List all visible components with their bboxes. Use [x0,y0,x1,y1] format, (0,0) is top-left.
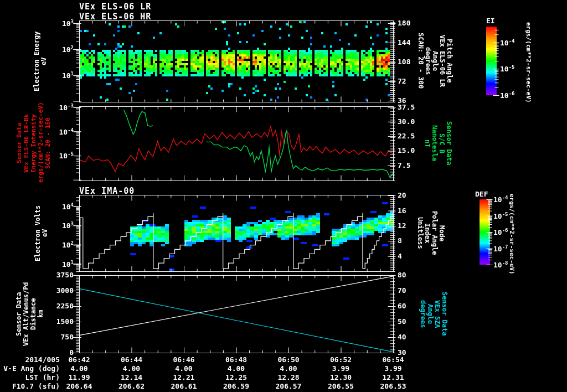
els-right-axis-label: Pitch AngleVEx ELS-06 LRAngledegreesSCAN… [417,18,453,104]
tick-label: 16 [398,207,406,215]
ima-left-axis-label: Electron VoltseV [34,195,49,271]
tick-label: 10-8 [493,260,508,269]
tick-label: 206.59 [214,382,259,390]
tick-label: 101 [62,71,74,80]
tick-label: 06:48 [214,355,259,364]
tick-label: 10-4 [500,38,515,47]
tick-label: 180 [398,19,410,27]
tick-label: 101 [62,260,74,269]
tick-label: 206.53 [371,382,415,390]
ima-title: VEx IMA-00 [79,186,135,196]
tick-label: 10-3 [59,103,74,112]
tick-label: 3000 [56,286,74,295]
tick-label: 10-4 [59,127,74,136]
tick-label: 102 [62,45,74,54]
tick-label: 11.99 [57,373,101,381]
tick-label: 06:50 [266,355,311,364]
tick-label: 20 [398,191,406,199]
colorbar-ei-units: ergs/(cm**2-sr-sec-eV) [525,22,532,102]
eph-right-axis-label: Sensor DataVEx SZAAngledegrees [419,275,448,353]
tick-label: 10-5 [500,64,515,73]
tick-label: 206.55 [319,382,363,390]
tick-label: 37.5 [398,103,415,111]
tick-label: 10-5 [59,151,74,160]
tick-label: 10-6 [493,228,508,236]
tick-label: 8 [398,236,402,245]
tick-label: 3750 [56,271,74,279]
tick-label: 12.28 [266,373,311,381]
eph-left-axis-label: Sensor DataVEx Alt/Venus/PdDistancekm [16,275,44,353]
tick-label: 12.25 [214,373,259,381]
tick-label: 103 [62,19,74,28]
tick-label: 10-4 [493,195,508,204]
els-left-axis-label: Electron EnergyeV [33,20,48,102]
tick-label: 206.61 [162,382,206,390]
tick-label: 06:54 [371,355,415,364]
tick-label: LST (hr) [0,373,60,381]
ima-right-axis-label: ModePolar AngleIndexUnitless [416,195,445,271]
tick-label: 1500 [56,317,74,326]
tick-label: 206.62 [110,382,154,390]
tick-label: 12.14 [110,373,154,381]
tick-label: 06:46 [162,355,206,364]
tick-label: 144 [398,38,410,47]
tick-label: 22.5 [398,132,415,140]
colorbar-ei-title: EI [486,17,495,25]
tick-label: 3.99 [371,364,415,373]
tick-label: 06:44 [110,355,154,364]
tick-label: 12 [398,221,406,230]
els-title-hr: VEx ELS-06 HR [79,12,151,22]
tick-label: V-E Ang (deg) [0,364,60,373]
mag-left-axis-label: Sensor DataVEx ELS-06 LR-BkEnergy Intens… [16,104,51,183]
tick-label: 50 [398,317,406,326]
tick-label: 12.21 [162,373,206,381]
tick-label: 4.00 [214,364,259,373]
tick-label: 102 [62,240,74,249]
tick-label: 40 [398,333,406,341]
tick-label: 4.00 [162,364,206,373]
tick-label: 2250 [56,302,74,310]
tick-label: 60 [398,302,406,310]
tick-label: 108 [398,58,410,66]
tick-label: 104 [62,202,74,211]
tick-label: 06:42 [57,355,101,364]
mag-right-axis-label: Sensor DataS/C BNanoteslanT [424,106,452,180]
tick-label: 4 [398,252,402,260]
tick-label: 30.0 [398,117,415,126]
tick-label: 206.64 [57,382,101,390]
tick-label: 4.00 [110,364,154,373]
colorbar-def-units: ergs/(cm**2-sr-sec-eV) [508,194,516,271]
tick-label: 206.57 [266,382,311,390]
tick-label: 3.99 [319,364,363,373]
tick-label: 7.5 [398,161,410,169]
tick-label: 72 [398,77,406,85]
tick-label: 10-5 [493,212,508,220]
tick-label: 12.30 [319,373,363,381]
tick-label: 4.00 [266,364,311,373]
tick-label: 15.0 [398,146,415,154]
els-title-lr: VEx ELS-06 LR [79,2,151,12]
tick-label: 4.00 [57,364,101,373]
tick-label: F10.7 (sfu) [0,382,60,390]
tick-label: 12.31 [371,373,415,381]
vex-data-browser: VEx ELS-06 LR VEx ELS-06 HR VEx IMA-00 E… [0,0,567,392]
tick-label: 2014/005 [0,355,60,364]
tick-label: 10-7 [493,244,508,253]
tick-label: 103 [62,221,74,230]
tick-label: 80 [398,271,406,279]
tick-label: 70 [398,286,406,295]
tick-label: 750 [61,333,74,341]
tick-label: 06:52 [319,355,363,364]
colorbar-def-title: DEF [475,190,488,198]
tick-label: 10-6 [500,91,515,100]
